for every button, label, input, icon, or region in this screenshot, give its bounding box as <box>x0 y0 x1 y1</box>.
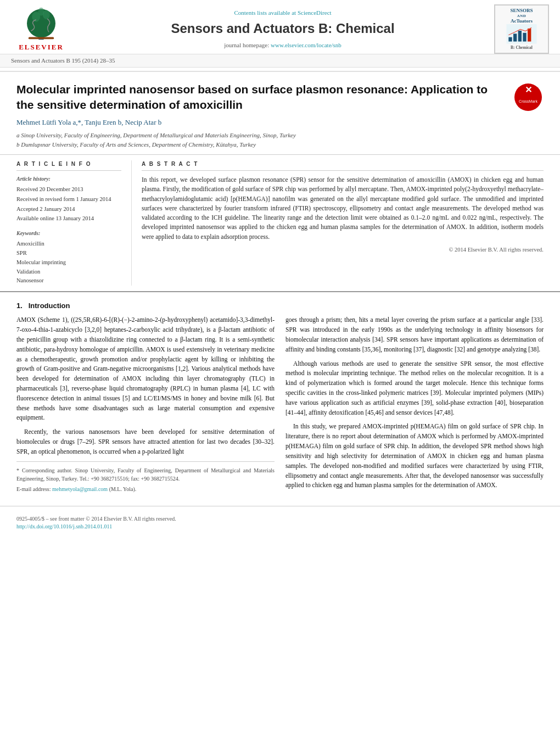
affiliation-a: a Sinop University, Faculty of Engineeri… <box>16 131 502 140</box>
intro-para3: goes through a prism; then, hits a metal… <box>285 315 544 354</box>
svg-text:✕: ✕ <box>525 85 532 94</box>
svg-point-4 <box>38 8 44 16</box>
keywords-label: Keywords: <box>16 230 121 237</box>
svg-rect-9 <box>518 31 522 42</box>
footnote-email: E-mail address: mehmetyola@gmail.com (M.… <box>16 485 275 493</box>
affiliations: a Sinop University, Faculty of Engineeri… <box>16 131 502 149</box>
intro-para2: Recently, the various nanosensors have b… <box>16 427 275 456</box>
body-left-col: AMOX (Scheme 1), ((2S,5R,6R)-6-[(R)-(−)-… <box>16 315 275 495</box>
keyword-molecular-imprinting: Molecular imprinting <box>16 258 121 267</box>
page-footer: 0925-4005/$ – see front matter © 2014 El… <box>0 506 560 535</box>
authors-line: Mehmet Lütfi Yola a,*, Tanju Eren b, Nec… <box>16 118 502 127</box>
elsevier-tree-icon <box>19 5 63 41</box>
intro-section-title-text: Introduction <box>29 302 70 310</box>
article-info-column: A R T I C L E I N F O Article history: R… <box>16 160 132 286</box>
abstract-column: A B S T R A C T In this report, we devel… <box>132 160 544 286</box>
svg-rect-11 <box>528 29 531 42</box>
main-content: 1. Introduction AMOX (Scheme 1), ((2S,5R… <box>0 291 560 506</box>
article-band: Sensors and Actuators B 195 (2014) 28–35 <box>0 54 560 68</box>
header: ELSEVIER Contents lists available at Sci… <box>0 0 560 72</box>
homepage-label: journal homepage: <box>224 42 271 48</box>
footnote-corresponding: * Corresponding author. Sinop University… <box>16 466 275 483</box>
elsevier-logo: ELSEVIER <box>11 5 71 52</box>
received-revised-date: Received in revised form 1 January 2014 <box>16 195 121 204</box>
keyword-spr: SPR <box>16 249 121 258</box>
header-center: Contents lists available at ScienceDirec… <box>71 9 494 49</box>
accepted-date: Accepted 2 January 2014 <box>16 205 121 214</box>
body-right-col: goes through a prism; then, hits a metal… <box>285 315 544 495</box>
affiliation-b: b Dumlupınar University, Faculty of Arts… <box>16 140 502 149</box>
svg-rect-5 <box>29 37 54 40</box>
abstract-text: In this report, we developed surface pla… <box>142 175 544 242</box>
sensors-actuators-logo: SENSORS AND AcTuators B: Chemical <box>494 4 549 54</box>
journal-homepage: journal homepage: www.elsevier.com/locat… <box>77 41 489 49</box>
footer-bottom: 0925-4005/$ – see front matter © 2014 El… <box>16 515 544 523</box>
title-text-block: Molecular imprinted nanosensor based on … <box>16 82 513 149</box>
footer-doi: http://dx.doi.org/10.1016/j.snb.2014.01.… <box>16 523 544 531</box>
intro-para1: AMOX (Scheme 1), ((2S,5R,6R)-6-[(R)-(−)-… <box>16 315 275 423</box>
homepage-url[interactable]: www.elsevier.com/locate/snb <box>271 42 341 48</box>
crossmark-logo: ✕ CrossMark <box>513 82 544 118</box>
journal-title: Sensors and Actuators B: Chemical <box>77 19 489 38</box>
svg-rect-10 <box>523 33 526 42</box>
elsevier-label: ELSEVIER <box>19 42 64 52</box>
abstract-header: A B S T R A C T <box>142 160 544 171</box>
intro-para4: Although various methods are used to gen… <box>285 359 544 418</box>
title-section: Molecular imprinted nanosensor based on … <box>0 72 560 154</box>
crossmark-icon: ✕ CrossMark <box>513 82 544 115</box>
footer-issn: 0925-4005/$ – see front matter © 2014 El… <box>16 515 176 523</box>
intro-two-col: AMOX (Scheme 1), ((2S,5R,6R)-6-[(R)-(−)-… <box>16 315 544 495</box>
intro-section-number: 1. <box>16 302 23 310</box>
keywords-section: Keywords: Amoxicillin SPR Molecular impr… <box>16 230 121 286</box>
sensors-logo-icon <box>502 24 541 44</box>
sensors-logo-b-label: B: Chemical <box>511 45 533 51</box>
keyword-nanosensor: Nanosensor <box>16 276 121 286</box>
footnote-email-link[interactable]: mehmetyola@gmail.com <box>52 486 108 492</box>
copyright-line: © 2014 Elsevier B.V. All rights reserved… <box>142 246 544 254</box>
article-info-abstract-section: A R T I C L E I N F O Article history: R… <box>0 154 560 291</box>
header-top: ELSEVIER Contents lists available at Sci… <box>0 0 560 54</box>
intro-section-title: 1. Introduction <box>16 301 544 311</box>
available-date: Available online 13 January 2014 <box>16 214 121 223</box>
article-info-header: A R T I C L E I N F O <box>16 160 121 171</box>
sciencedirect-link[interactable]: Contents lists available at ScienceDirec… <box>77 9 489 17</box>
svg-text:CrossMark: CrossMark <box>519 99 537 103</box>
intro-para5: In this study, we prepared AMOX-imprinte… <box>285 422 544 490</box>
authors-text: Mehmet Lütfi Yola a,*, Tanju Eren b, Nec… <box>16 118 161 126</box>
footnote-block: * Corresponding author. Sinop University… <box>16 461 275 493</box>
keyword-amoxicillin: Amoxicillin <box>16 239 121 249</box>
footer-doi-link[interactable]: http://dx.doi.org/10.1016/j.snb.2014.01.… <box>16 523 112 529</box>
article-band-text: Sensors and Actuators B 195 (2014) 28–35 <box>11 57 115 64</box>
svg-rect-7 <box>508 37 512 42</box>
svg-rect-8 <box>513 34 517 41</box>
sensors-logo-text: SENSORS AND AcTuators <box>510 8 533 24</box>
keyword-validation: Validation <box>16 267 121 277</box>
history-label: Article history: <box>16 175 121 183</box>
article-title: Molecular imprinted nanosensor based on … <box>16 82 502 112</box>
received-date: Received 20 December 2013 <box>16 185 121 194</box>
